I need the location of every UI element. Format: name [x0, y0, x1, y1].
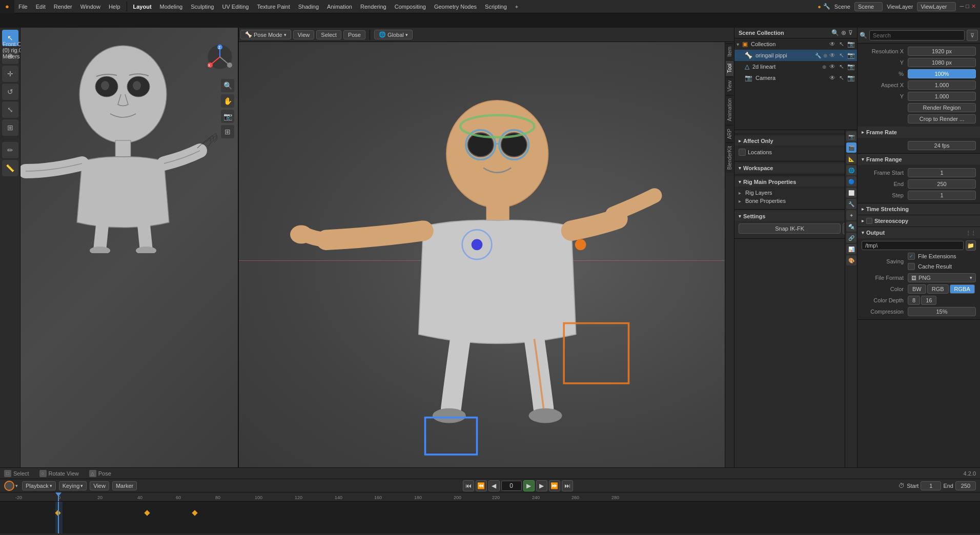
menu-help[interactable]: Help	[105, 0, 125, 13]
tab-view[interactable]: View	[726, 77, 733, 95]
select-icon-collection[interactable]: ↖	[838, 40, 846, 48]
workspace-geometry-nodes[interactable]: Geometry Nodes	[430, 0, 481, 13]
output-path-input[interactable]	[862, 241, 964, 250]
transform-global[interactable]: 🌐 Global ▾	[374, 30, 413, 39]
step-value[interactable]: 1	[908, 191, 976, 200]
rgba-btn[interactable]: RGBA	[950, 284, 975, 294]
stereoscopy-header[interactable]: ▸ Stereoscopy	[858, 215, 980, 227]
keying-btn[interactable]: Keying ▾	[59, 481, 87, 490]
playback-btn[interactable]: Playback ▾	[22, 481, 56, 490]
eye-icon-camera[interactable]: 👁	[828, 74, 836, 82]
close-btn[interactable]: ✕	[971, 3, 976, 10]
view-layer-icon[interactable]: 📐	[846, 154, 856, 164]
tab-tool[interactable]: Tool	[726, 60, 733, 76]
eye-icon-lineart[interactable]: 👁	[828, 63, 836, 71]
workspace-scripting[interactable]: Scripting	[481, 0, 511, 13]
render-props-icon[interactable]: 📷	[846, 131, 856, 141]
outliner-filter-icon[interactable]: 🔍	[831, 29, 839, 36]
tab-item[interactable]: Item	[726, 43, 733, 59]
keyframe-2[interactable]	[192, 510, 197, 516]
search-input[interactable]	[869, 30, 965, 40]
tab-arp[interactable]: ARP	[726, 125, 733, 142]
workspace-animation[interactable]: Animation	[323, 0, 356, 13]
tool-rotate[interactable]: ↺	[2, 84, 18, 100]
depth-16-btn[interactable]: 16	[921, 296, 936, 305]
filter-btn[interactable]: ⊽	[967, 30, 978, 41]
menu-render[interactable]: Render	[50, 0, 76, 13]
zoom-in-left[interactable]: 🔍	[221, 79, 234, 92]
maximize-btn[interactable]: □	[966, 3, 969, 10]
minimize-btn[interactable]: ─	[960, 3, 964, 10]
workspace-uv-editing[interactable]: UV Editing	[218, 0, 253, 13]
tab-animation[interactable]: Animation	[726, 95, 733, 124]
current-frame-display[interactable]: 0	[501, 481, 522, 491]
menu-file[interactable]: File	[14, 0, 32, 13]
grid-left[interactable]: ⊞	[221, 125, 234, 138]
cache-result-checkbox[interactable]	[908, 263, 915, 270]
frame-start-value[interactable]: 1	[908, 168, 976, 177]
view-layer-selector[interactable]: ViewLayer	[917, 2, 955, 11]
constraints-icon[interactable]: 🔗	[846, 233, 856, 243]
tool-transform[interactable]: ⊞	[2, 119, 18, 136]
workspace-add[interactable]: +	[511, 0, 522, 13]
locations-checkbox[interactable]	[739, 149, 746, 156]
outliner-pippi[interactable]: 🦴 oringail pippi 🔧 ⊕ 👁 ↖ 📷	[734, 50, 857, 61]
object-props-icon[interactable]: ⬜	[846, 188, 856, 198]
snap-ik-fk-btn[interactable]: Snap IK-FK	[739, 223, 841, 234]
next-frame-btn[interactable]: ▶	[536, 480, 547, 491]
viewport-left[interactable]: ↖ ⊕ ✛ ↺ ⤡ ⊞ ✏ 📏 Front Orthographic (0) r…	[0, 28, 238, 479]
jump-start-btn[interactable]: ⏮	[463, 480, 474, 491]
outliner-camera[interactable]: 📷 Camera 👁 ↖ 📷	[734, 72, 857, 84]
frame-end-value[interactable]: 250	[908, 179, 976, 189]
outliner-funnel-icon[interactable]: ⊽	[848, 29, 853, 36]
rgb-btn[interactable]: RGB	[927, 284, 949, 294]
outliner-collection[interactable]: ▾ ▣ Collection 👁 ↖ 📷	[734, 38, 857, 50]
select-menu[interactable]: Select	[316, 30, 341, 39]
view-menu[interactable]: View	[293, 30, 315, 39]
camera-view-left[interactable]: 📷	[221, 110, 234, 123]
aspect-x-value[interactable]: 1.000	[908, 80, 976, 90]
timeline-content[interactable]	[0, 502, 980, 533]
affect-only-header[interactable]: ▸ Affect Only	[734, 136, 857, 146]
tool-move[interactable]: ✛	[2, 66, 18, 82]
tool-select[interactable]: ↖	[2, 30, 18, 46]
pose-menu[interactable]: Pose	[343, 30, 365, 39]
select-icon-camera[interactable]: ↖	[838, 74, 846, 82]
compression-value[interactable]: 15%	[908, 307, 976, 316]
resolution-x-value[interactable]: 1920 px	[908, 47, 976, 56]
outliner-options-icon[interactable]: ⊕	[841, 29, 846, 36]
frame-rate-value[interactable]: 24 fps	[908, 141, 976, 150]
start-frame-input[interactable]: 1	[921, 481, 941, 490]
depth-8-btn[interactable]: 8	[908, 296, 920, 305]
output-folder-btn[interactable]: 📁	[966, 240, 976, 251]
keyframe-1[interactable]	[144, 510, 150, 516]
frame-range-header[interactable]: ▾ Frame Range	[858, 154, 980, 165]
tool-measure[interactable]: 📏	[2, 160, 18, 176]
frame-rate-header[interactable]: ▸ Frame Rate	[858, 127, 980, 138]
render-region-btn[interactable]: Render Region	[908, 103, 976, 112]
resolution-y-value[interactable]: 1080 px	[908, 58, 976, 67]
file-extensions-checkbox[interactable]	[908, 253, 915, 260]
time-stretching-header[interactable]: ▸ Time Stretching	[858, 203, 980, 215]
modifier-props-icon[interactable]: 🔧	[846, 199, 856, 209]
workspace-header[interactable]: ▾ Workspace ⋮⋮	[734, 163, 857, 173]
timeline-type-btn[interactable]	[4, 481, 14, 491]
material-icon[interactable]: 🎨	[846, 255, 856, 265]
select-icon-pippi[interactable]: ↖	[838, 51, 846, 59]
render-icon-pippi[interactable]: 📷	[847, 51, 855, 59]
menu-window[interactable]: Window	[76, 0, 105, 13]
tool-annotate[interactable]: ✏	[2, 142, 18, 158]
workspace-layout[interactable]: Layout	[129, 0, 156, 13]
rig-main-properties-header[interactable]: ▾ Rig Main Properties ⋮⋮	[734, 177, 857, 187]
physics-icon[interactable]: 🔩	[846, 221, 856, 232]
particles-icon[interactable]: ✦	[846, 210, 856, 220]
bw-btn[interactable]: BW	[908, 284, 926, 294]
next-keyframe-btn[interactable]: ⏩	[549, 480, 560, 491]
outliner-lineart[interactable]: △ 2d lineart ⊕ 👁 ↖ 📷	[734, 61, 857, 72]
tab-blenderkit[interactable]: BlenderKit	[726, 142, 733, 173]
workspace-sculpting[interactable]: Sculpting	[187, 0, 218, 13]
view-btn[interactable]: View	[90, 481, 109, 490]
pan-left[interactable]: ✋	[221, 94, 234, 108]
data-icon[interactable]: 📊	[846, 244, 856, 254]
scene-selector[interactable]: Scene	[854, 2, 883, 11]
